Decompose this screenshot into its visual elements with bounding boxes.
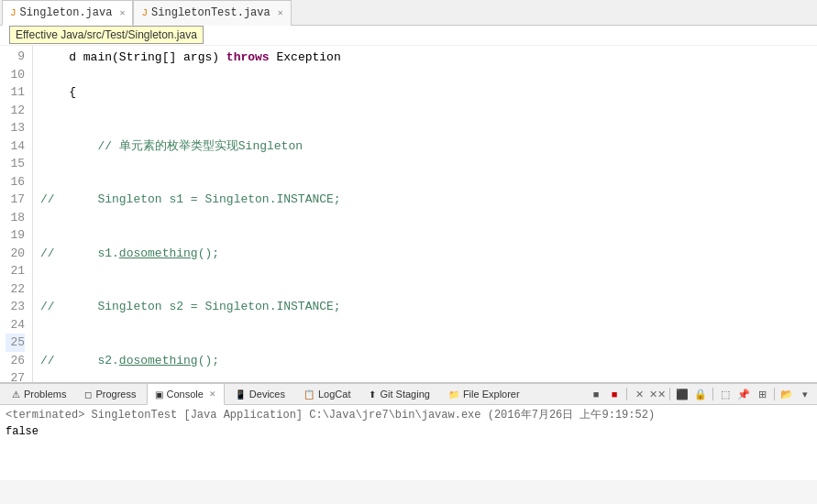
line-numbers: 9 10 11 12 13 14 15 16 17 18 19 20 21 22…	[0, 46, 33, 383]
tab-file-explorer[interactable]: 📁 File Explorer	[440, 383, 528, 405]
tab-singletontest[interactable]: J SingletonTest.java ✕	[133, 0, 291, 26]
console-toolbar: ■ ■ ✕ ✕✕ ⬛ 🔒 ⬚ 📌 ⊞ 📂 ▾	[588, 386, 817, 402]
code-line-14: // s2.dosomething();	[40, 352, 817, 370]
logcat-icon: 📋	[304, 389, 315, 400]
code-line-11: // Singleton s1 = Singleton.INSTANCE;	[40, 191, 817, 209]
file-explorer-label: File Explorer	[463, 389, 520, 400]
git-icon: ⬆	[369, 389, 376, 400]
pin-console-button[interactable]: 📌	[735, 386, 752, 402]
file-explorer-icon: 📁	[448, 389, 459, 400]
stop-button[interactable]: ■	[588, 386, 604, 402]
scroll-lock-button[interactable]: 🔒	[692, 386, 709, 402]
code-line-10: // 单元素的枚举类型实现Singleton	[40, 137, 817, 156]
tab-devices[interactable]: 📱 Devices	[226, 383, 293, 405]
console-label: Console	[167, 389, 204, 400]
code-lines[interactable]: { // 单元素的枚举类型实现Singleton // Singleton s1…	[33, 46, 817, 383]
tab-progress[interactable]: ◻ Progress	[76, 383, 144, 405]
toolbar-separator-4	[774, 388, 775, 400]
tab-bar: J Singleton.java ✕ J SingletonTest.java …	[0, 0, 817, 26]
terminated-text: <terminated> SingletonTest [Java Applica…	[6, 409, 655, 422]
breadcrumb-tooltip: Effective Java/src/Test/Singleton.java	[9, 26, 204, 44]
remove-launch-button[interactable]: ✕	[631, 386, 647, 402]
tab-git-staging[interactable]: ⬆ Git Staging	[360, 383, 437, 405]
open-console-button[interactable]: 📂	[778, 386, 795, 402]
code-line-9: {	[40, 83, 817, 102]
tab-singletontest-label: SingletonTest.java	[151, 6, 270, 19]
remove-all-button[interactable]: ✕✕	[649, 386, 666, 402]
console-terminated-line: <terminated> SingletonTest [Java Applica…	[6, 407, 811, 423]
tab-singleton-label: Singleton.java	[20, 6, 113, 19]
code-line-12: // s1.dosomething();	[40, 245, 817, 263]
output-text: false	[6, 425, 39, 438]
console-output-line: false	[6, 423, 811, 440]
view-menu-button[interactable]: ▾	[797, 386, 813, 402]
toolbar-separator-1	[626, 388, 627, 400]
word-wrap-button[interactable]: ⬚	[717, 386, 734, 402]
devices-label: Devices	[249, 389, 285, 400]
progress-label: Progress	[95, 389, 136, 400]
bottom-tab-bar: ⚠ Problems ◻ Progress ▣ Console ✕ 📱 Devi…	[0, 383, 817, 405]
tab-console[interactable]: ▣ Console ✕	[147, 383, 225, 405]
terminate-button[interactable]: ■	[606, 386, 623, 402]
code-line-13: // Singleton s2 = Singleton.INSTANCE;	[40, 298, 817, 316]
editor-area[interactable]: d main(String[] args) throws Exception 9…	[0, 26, 817, 383]
breadcrumb-text: Effective Java/src/Test/Singleton.java	[16, 28, 197, 41]
tab-console-close[interactable]: ✕	[209, 389, 216, 399]
tab-singleton[interactable]: J Singleton.java ✕	[2, 0, 133, 26]
console-output: <terminated> SingletonTest [Java Applica…	[0, 405, 817, 480]
tab-logcat[interactable]: 📋 LogCat	[295, 383, 359, 405]
clear-console-button[interactable]: ⬛	[674, 386, 690, 402]
code-container: 9 10 11 12 13 14 15 16 17 18 19 20 21 22…	[0, 46, 817, 383]
problems-label: Problems	[24, 389, 66, 400]
tab-problems[interactable]: ⚠ Problems	[4, 383, 74, 405]
problems-icon: ⚠	[12, 389, 20, 400]
progress-icon: ◻	[84, 389, 92, 400]
logcat-label: LogCat	[318, 389, 350, 400]
java-file-icon-2: J	[141, 7, 148, 18]
toolbar-separator-2	[669, 388, 670, 400]
git-staging-label: Git Staging	[380, 389, 429, 400]
toolbar-separator-3	[712, 388, 713, 400]
java-file-icon: J	[10, 7, 17, 18]
console-icon: ▣	[155, 389, 163, 400]
new-console-button[interactable]: ⊞	[754, 386, 770, 402]
tab-singletontest-close[interactable]: ✕	[278, 7, 283, 18]
devices-icon: 📱	[235, 389, 246, 400]
tab-singleton-close[interactable]: ✕	[119, 7, 125, 18]
